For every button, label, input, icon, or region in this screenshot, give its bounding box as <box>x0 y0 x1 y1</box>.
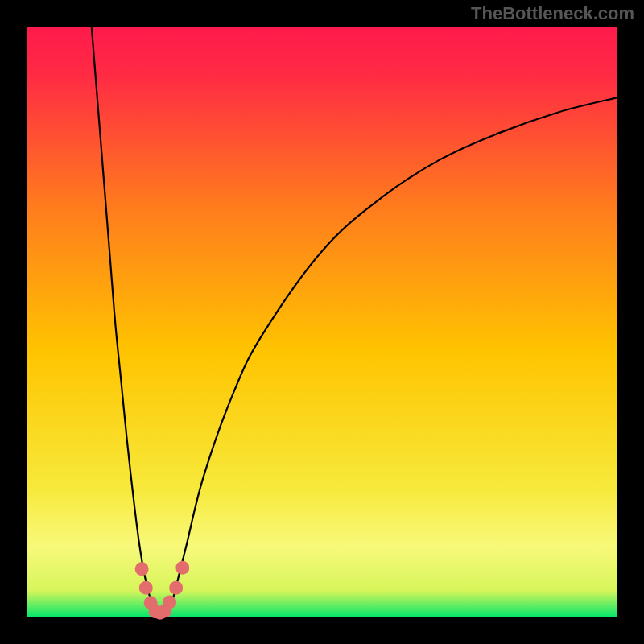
valley-dot <box>139 581 153 595</box>
bottleneck-chart <box>0 0 644 644</box>
chart-frame: TheBottleneck.com <box>0 0 644 644</box>
valley-dot <box>135 562 149 576</box>
valley-dot <box>175 561 189 575</box>
valley-dot <box>163 595 176 609</box>
valley-dot <box>169 581 183 595</box>
attribution-text: TheBottleneck.com <box>471 3 634 24</box>
